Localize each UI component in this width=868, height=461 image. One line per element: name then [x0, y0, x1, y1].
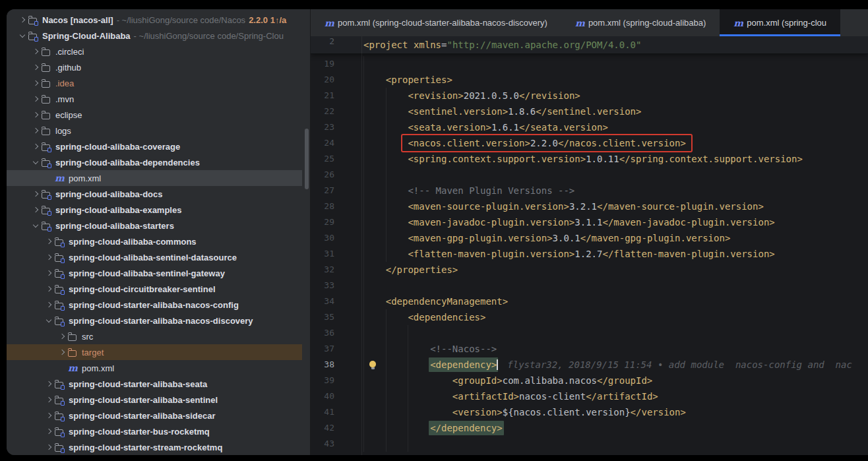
editor-tab-3[interactable]: mpom.xml (spring-clou: [720, 9, 840, 36]
tree-row-nacos-nacos-all[interactable]: Nacos [nacos-all]- ~/liushiGong/source c…: [7, 12, 310, 28]
tree-row-github[interactable]: .github: [7, 59, 310, 75]
code-line-40[interactable]: 40 <artifactId>nacos-client</artifactId>: [311, 388, 868, 404]
code-line-29[interactable]: 29 <maven-javadoc-plugin.version>3.1.1</…: [311, 214, 868, 230]
module-folder-icon: [55, 271, 63, 278]
code-line-19[interactable]: 19: [311, 56, 868, 72]
chevron-right-icon[interactable]: [42, 429, 55, 433]
tree-row-eclipse[interactable]: eclipse: [7, 107, 310, 123]
tree-row-circleci[interactable]: .circleci: [7, 44, 310, 59]
maven-file-icon: m: [325, 18, 333, 28]
tree-row-spring-cloud-alibaba[interactable]: Spring-Cloud-Alibaba- ~/liushiGong/sourc…: [7, 28, 310, 44]
chevron-right-icon[interactable]: [29, 65, 42, 69]
tree-row-spring-cloud-alibaba-docs[interactable]: spring-cloud-alibaba-docs: [7, 186, 310, 202]
tree-row-label: target: [82, 348, 104, 357]
code-line-20[interactable]: 20 <properties>: [311, 72, 868, 88]
tree-row-pom-xml[interactable]: mpom.xml: [7, 360, 310, 376]
tree-row-spring-cloud-starter-alibaba-nacos-discovery[interactable]: spring-cloud-starter-alibaba-nacos-disco…: [7, 313, 310, 328]
tree-row-label: .circleci: [55, 47, 84, 57]
tree-row-spring-cloud-alibaba-starters[interactable]: spring-cloud-alibaba-starters: [7, 218, 310, 233]
chevron-right-icon[interactable]: [42, 303, 55, 307]
code-line-22[interactable]: 22 <sentinel.version>1.8.6</sentinel.ver…: [311, 104, 868, 119]
intention-lightbulb-icon[interactable]: [369, 361, 376, 367]
chevron-right-icon[interactable]: [42, 239, 55, 243]
code-line-38[interactable]: 38 <dependency>flystar32, 2018/9/15 11:5…: [311, 357, 868, 373]
code-line-28[interactable]: 28 <maven-source-plugin.version>3.2.1</m…: [311, 199, 868, 214]
tree-row-spring-cloud-starter-alibaba-sentinel[interactable]: spring-cloud-starter-alibaba-sentinel: [7, 392, 310, 408]
chevron-right-icon[interactable]: [42, 271, 55, 275]
tree-row-spring-cloud-alibaba-sentinel-gateway[interactable]: spring-cloud-alibaba-sentinel-gateway: [7, 265, 310, 281]
code-line-39[interactable]: 39 <groupId>com.alibaba.nacos</groupId>: [311, 373, 868, 388]
project-tree: Nacos [nacos-all]- ~/liushiGong/source c…: [7, 9, 310, 455]
tree-row-spring-cloud-alibaba-examples[interactable]: spring-cloud-alibaba-examples: [7, 202, 310, 218]
tree-row-spring-cloud-starter-alibaba-nacos-config[interactable]: spring-cloud-starter-alibaba-nacos-confi…: [7, 297, 310, 313]
code-text: <dependencyManagement>: [311, 296, 508, 307]
chevron-right-icon[interactable]: [29, 129, 42, 133]
chevron-right-icon[interactable]: [29, 192, 42, 196]
code-editor[interactable]: 2<project xmlns="http://maven.apache.org…: [311, 36, 868, 455]
code-line-32[interactable]: 32 </properties>: [311, 262, 868, 278]
code-token: 3.0.1: [553, 233, 580, 243]
chevron-right-icon[interactable]: [29, 144, 42, 148]
tree-row-src[interactable]: src: [7, 328, 310, 344]
code-line-25[interactable]: 25 <spring.context.support.version>1.0.1…: [311, 151, 868, 167]
code-line-33[interactable]: 33: [311, 278, 868, 293]
tree-row-target[interactable]: target: [7, 344, 302, 360]
sticky-line[interactable]: 2<project xmlns="http://maven.apache.org…: [311, 36, 868, 54]
chevron-right-icon[interactable]: [42, 255, 55, 259]
tree-row-pom-xml[interactable]: mpom.xml: [7, 170, 302, 186]
chevron-right-icon[interactable]: [29, 49, 42, 53]
line-number: 43: [311, 436, 334, 452]
code-line-30[interactable]: 30 <maven-gpg-plugin.version>3.0.1</mave…: [311, 230, 868, 246]
tree-row-spring-cloud-alibaba-commons[interactable]: spring-cloud-alibaba-commons: [7, 233, 310, 249]
chevron-down-icon[interactable]: [29, 225, 42, 227]
chevron-right-icon[interactable]: [42, 398, 55, 402]
chevron-down-icon[interactable]: [42, 320, 55, 322]
tree-scrollbar-thumb[interactable]: [305, 129, 309, 189]
tree-row-spring-cloud-alibaba-dependencies[interactable]: spring-cloud-alibaba-dependencies: [7, 154, 310, 170]
code-line-27[interactable]: 27 <!-- Maven Plugin Versions -->: [311, 183, 868, 199]
tree-row-spring-cloud-alibaba-coverage[interactable]: spring-cloud-alibaba-coverage: [7, 138, 310, 154]
chevron-right-icon[interactable]: [55, 350, 68, 354]
code-line-35[interactable]: 35 <dependencies>: [311, 309, 868, 325]
tree-row-spring-cloud-circuitbreaker-sentinel[interactable]: spring-cloud-circuitbreaker-sentinel: [7, 281, 310, 297]
chevron-right-icon[interactable]: [29, 97, 42, 101]
code-line-26[interactable]: 26: [311, 167, 868, 183]
chevron-down-icon[interactable]: [16, 35, 28, 37]
editor-tab-1[interactable]: mpom.xml (spring-cloud-starter-alibaba-n…: [311, 9, 561, 36]
chevron-right-icon[interactable]: [42, 445, 55, 449]
code-line-31[interactable]: 31 <flatten-maven-plugin.version>1.2.7</…: [311, 246, 868, 262]
chevron-right-icon[interactable]: [29, 113, 42, 117]
chevron-right-icon[interactable]: [42, 414, 55, 417]
code-token: </properties>: [386, 264, 458, 275]
chevron-right-icon[interactable]: [29, 81, 42, 85]
chevron-right-icon[interactable]: [29, 208, 42, 212]
tree-row-spring-cloud-starter-bus-rocketmq[interactable]: spring-cloud-starter-bus-rocketmq: [7, 423, 310, 439]
project-path: - ~/liushiGong/source code/Spring-Clou: [134, 31, 284, 41]
code-line-37[interactable]: 37 <!--Nacos-->: [311, 341, 868, 357]
tree-row-mvn[interactable]: .mvn: [7, 91, 310, 107]
tree-row-label: spring-cloud-starter-stream-rocketmq: [69, 443, 222, 452]
chevron-right-icon[interactable]: [42, 382, 55, 386]
tree-row-idea[interactable]: .idea: [7, 75, 310, 91]
chevron-right-icon[interactable]: [55, 334, 68, 338]
chevron-right-icon[interactable]: [16, 18, 28, 22]
code-line-24[interactable]: 24 <nacos.client.version>2.2.0</nacos.cl…: [311, 135, 868, 151]
indent-guide: [386, 199, 387, 214]
tree-row-spring-cloud-alibaba-sentinel-datasource[interactable]: spring-cloud-alibaba-sentinel-datasource: [7, 249, 310, 265]
tree-row-logs[interactable]: logs: [7, 123, 310, 138]
code-text: <spring.context.support.version>1.0.11</…: [311, 154, 803, 164]
chevron-down-icon[interactable]: [29, 162, 42, 164]
tree-row-spring-cloud-starter-alibaba-seata[interactable]: spring-cloud-starter-alibaba-seata: [7, 376, 310, 392]
code-line-23[interactable]: 23 <seata.version>1.6.1</seata.version>: [311, 119, 868, 135]
code-line-34[interactable]: 34 <dependencyManagement>: [311, 293, 868, 309]
tree-row-spring-cloud-starter-stream-rocketmq[interactable]: spring-cloud-starter-stream-rocketmq: [7, 439, 310, 455]
code-line-41[interactable]: 41 <version>${nacos.client.version}</ver…: [311, 404, 868, 420]
chevron-right-icon[interactable]: [42, 287, 55, 291]
indent-guide: [363, 420, 364, 436]
code-line-21[interactable]: 21 <revision>2021.0.5.0</revision>: [311, 88, 868, 104]
editor-tab-2[interactable]: mpom.xml (spring-cloud-alibaba): [561, 9, 720, 36]
code-line-36[interactable]: 36: [311, 325, 868, 341]
tree-row-spring-cloud-starter-alibaba-sidecar[interactable]: spring-cloud-starter-alibaba-sidecar: [7, 408, 310, 423]
code-line-42[interactable]: 42 </dependency>: [311, 420, 868, 436]
code-line-43[interactable]: 43: [311, 436, 868, 452]
